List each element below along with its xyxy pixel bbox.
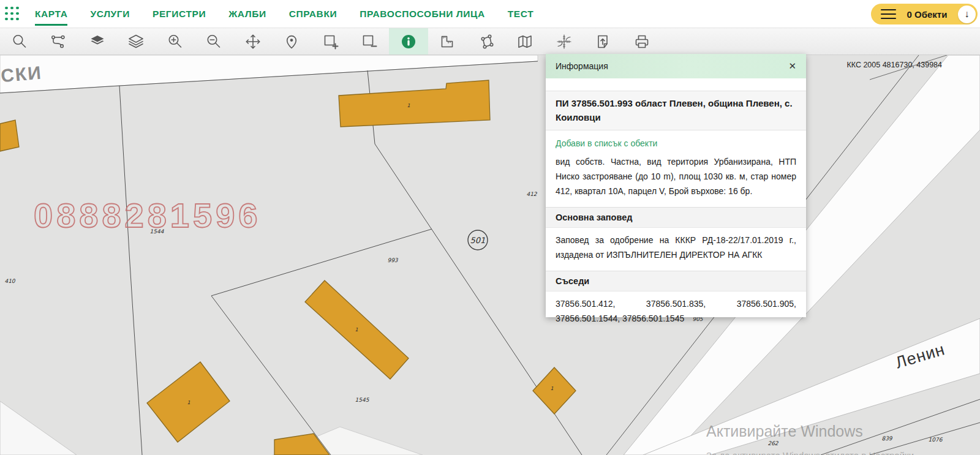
print-tool-button[interactable] (622, 28, 662, 55)
select-add-tool-button[interactable] (311, 28, 350, 55)
select-remove-tool-button[interactable] (350, 28, 390, 55)
parcel-number-label: 1076 (929, 437, 943, 443)
collapse-arrow-button[interactable]: ↓ (958, 6, 976, 23)
windows-activation-watermark: Активирайте Windows (706, 423, 863, 440)
location-marker-icon (283, 33, 300, 50)
nav-item-uslugi[interactable]: УСЛУГИ (90, 0, 130, 28)
building-number-label: 1 (187, 400, 190, 405)
order-text: Заповед за одобрение на КККР РД-18-22/17… (546, 228, 806, 266)
parcel-number-label: 412 (526, 191, 537, 197)
building-number-label: 1 (407, 103, 410, 108)
layers-stack-tool-button[interactable] (117, 28, 156, 55)
parcel-number-label: 993 (387, 257, 398, 263)
select-add-icon (322, 33, 339, 50)
info-panel-title: Информация (556, 61, 608, 71)
measure-area-tool-button[interactable] (467, 28, 506, 55)
windows-activation-watermark-line2: За да активирате Windows, отидете в Наст… (706, 450, 916, 455)
measure-area-icon (478, 33, 495, 50)
parcel-number-label: 262 (767, 440, 778, 446)
zoom-in-icon (167, 33, 184, 50)
info-panel: Информация ✕ ПИ 37856.501.993 област Пле… (546, 54, 806, 317)
arrow-down-icon: ↓ (965, 9, 970, 20)
map-sheet-tool-button[interactable] (506, 28, 545, 55)
apps-grid-icon[interactable] (5, 7, 20, 21)
section-heading-neighbors: Съседи (546, 271, 806, 291)
zoom-out-icon (205, 33, 222, 50)
property-details-text: вид собств. Частна, вид територия Урбани… (546, 149, 806, 203)
nav-item-pravosposobni-litsa[interactable]: ПРАВОСПОСОБНИ ЛИЦА (360, 0, 485, 28)
nav-item-test[interactable]: ТЕСТ (508, 0, 533, 28)
parcel-number-label: 1545 (355, 397, 370, 403)
building-footprint[interactable] (0, 120, 19, 151)
coordinate-axes-tool-button[interactable] (545, 28, 584, 55)
objects-count-label: 0 Обекти (896, 9, 958, 20)
search-tool-button[interactable] (0, 28, 39, 55)
zoom-out-tool-button[interactable] (195, 28, 234, 55)
nav-item-zhalbi[interactable]: ЖАЛБИ (228, 0, 266, 28)
export-page-icon (594, 33, 611, 50)
print-icon (633, 33, 650, 50)
close-icon[interactable]: ✕ (787, 59, 797, 73)
circled-parcel-label: 501 (470, 236, 486, 245)
measure-distance-icon (439, 33, 456, 50)
nav-menu: КАРТА УСЛУГИ РЕГИСТРИ ЖАЛБИ СПРАВКИ ПРАВ… (35, 0, 533, 28)
objects-list-button[interactable]: 0 Обекти ↓ (871, 4, 978, 24)
nav-item-registri[interactable]: РЕГИСТРИ (153, 0, 206, 28)
route-points-tool-button[interactable] (39, 28, 78, 55)
street-name-label: СКИ (0, 62, 43, 86)
section-heading-order: Основна заповед (546, 207, 806, 228)
pan-tool-button[interactable] (233, 28, 273, 55)
neighbors-text: 37856.501.412, 37856.501.835, 37856.501.… (546, 291, 806, 330)
route-points-icon (50, 33, 67, 50)
building-number-label: 1 (550, 386, 553, 391)
nav-item-spravki[interactable]: СПРАВКИ (289, 0, 337, 28)
app-window: КАРТА УСЛУГИ РЕГИСТРИ ЖАЛБИ СПРАВКИ ПРАВ… (0, 0, 980, 455)
layers-stack-icon (127, 33, 145, 50)
measure-distance-tool-button[interactable] (428, 28, 467, 55)
add-to-objects-link[interactable]: Добави в списък с обекти (546, 130, 806, 149)
map-canvas[interactable]: 1 1 1 1 410 1544 993 412 1545 905 262 83… (0, 55, 980, 455)
select-remove-icon (361, 33, 378, 50)
menu-icon (881, 9, 896, 20)
zoom-in-tool-button[interactable] (156, 28, 195, 55)
export-page-tool-button[interactable] (584, 28, 623, 55)
map-sheet-icon (516, 33, 533, 50)
phone-watermark: 0888281596 (34, 196, 261, 235)
parcel-number-label: 839 (881, 435, 892, 442)
pan-icon (244, 33, 262, 50)
coordinate-axes-icon (556, 33, 573, 50)
info-icon (400, 33, 417, 50)
location-marker-tool-button[interactable] (273, 28, 312, 55)
building-number-label: 1 (355, 327, 358, 333)
nav-item-karta[interactable]: КАРТА (35, 0, 67, 28)
layers-filled-icon (89, 33, 106, 50)
info-panel-header: Информация ✕ (546, 54, 806, 78)
crs-coordinates-readout: ККС 2005 4816730, 439984 (846, 61, 942, 69)
parcel-number-label: 410 (4, 278, 15, 284)
top-nav: КАРТА УСЛУГИ РЕГИСТРИ ЖАЛБИ СПРАВКИ ПРАВ… (0, 0, 980, 28)
map-toolbar (0, 28, 980, 55)
property-title: ПИ 37856.501.993 област Плевен, община П… (546, 91, 806, 130)
layers-filled-tool-button[interactable] (78, 28, 117, 55)
info-tool-button[interactable] (389, 28, 428, 55)
search-icon (11, 33, 28, 50)
